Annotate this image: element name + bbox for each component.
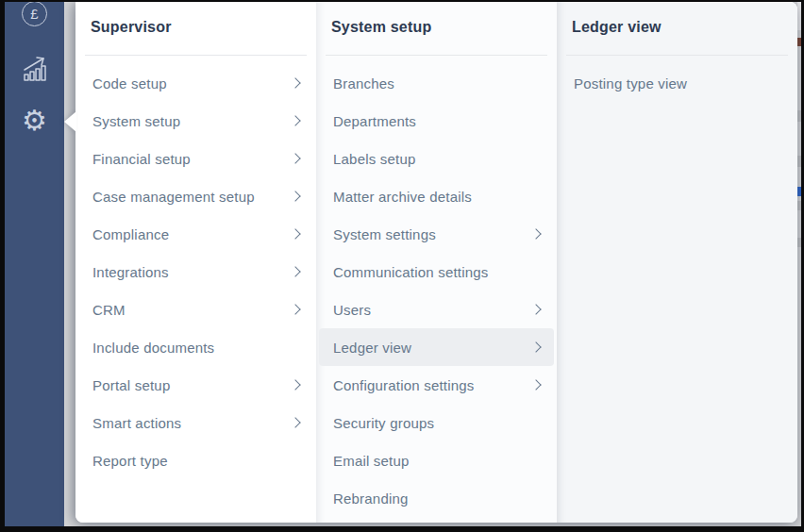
- menu-item-label: Ledger view: [333, 340, 411, 356]
- settings-gear-icon[interactable]: ⚙: [5, 107, 64, 135]
- menu-item-label: Code setup: [92, 75, 167, 91]
- chevron-right-icon: [290, 379, 300, 390]
- page-fragment: [797, 156, 801, 167]
- chevron-right-icon: [530, 304, 541, 314]
- page-fragment: [797, 238, 801, 247]
- menu-item-financial-setup[interactable]: Financial setup: [75, 140, 316, 177]
- menu-item-branches[interactable]: Branches: [316, 64, 557, 102]
- chevron-right-icon: [530, 341, 541, 352]
- menu-item-label: Users: [333, 302, 371, 318]
- menu-item-list: BranchesDepartmentsLabels setupMatter ar…: [316, 64, 557, 517]
- menu-item-label: Integrations: [92, 264, 169, 280]
- menu-item-label: Rebranding: [333, 490, 409, 507]
- menu-item-posting-type-view[interactable]: Posting type view: [557, 64, 797, 102]
- menu-item-label: Departments: [333, 113, 416, 129]
- menu-panel-ledger-view: Ledger view Posting type view: [557, 2, 797, 523]
- divider: [85, 55, 307, 56]
- menu-item-list: Posting type view: [557, 64, 797, 102]
- chevron-right-icon: [290, 417, 300, 427]
- chevron-right-icon: [530, 379, 541, 390]
- analytics-chart-glyph: [21, 54, 49, 82]
- menu-item-rebranding[interactable]: Rebranding: [316, 479, 557, 517]
- menu-item-label: Smart actions: [92, 415, 181, 431]
- pound-currency-icon[interactable]: £: [5, 2, 64, 26]
- menu-item-label: Labels setup: [333, 151, 415, 167]
- panel-title: System setup: [331, 19, 542, 36]
- chevron-right-icon: [290, 304, 300, 314]
- menu-item-matter-archive-details[interactable]: Matter archive details: [316, 177, 557, 215]
- divider: [326, 55, 547, 56]
- divider: [566, 55, 788, 56]
- menu-item-label: Branches: [333, 75, 394, 91]
- menu-item-portal-setup[interactable]: Portal setup: [75, 366, 316, 404]
- menu-item-users[interactable]: Users: [316, 291, 557, 328]
- menu-item-label: Report type: [92, 453, 168, 469]
- chevron-right-icon: [290, 228, 300, 239]
- page-fragment: [797, 2, 801, 30]
- menu-item-integrations[interactable]: Integrations: [75, 253, 316, 291]
- menu-item-label: Security groups: [333, 415, 434, 431]
- menu-item-email-setup[interactable]: Email setup: [316, 441, 557, 479]
- menu-item-compliance[interactable]: Compliance: [75, 215, 316, 253]
- menu-item-label: Compliance: [92, 226, 169, 242]
- menu-item-label: Email setup: [333, 453, 410, 469]
- panel-title: Ledger view: [572, 19, 782, 36]
- menu-item-security-groups[interactable]: Security groups: [316, 404, 557, 441]
- popup-caret: [64, 111, 76, 132]
- pound-currency-glyph: £: [22, 2, 47, 26]
- menu-item-code-setup[interactable]: Code setup: [75, 64, 316, 102]
- page-behind-strip: [797, 2, 801, 526]
- analytics-chart-icon[interactable]: [5, 54, 64, 82]
- menu-item-departments[interactable]: Departments: [316, 102, 557, 140]
- menu-item-label: Communication settings: [333, 264, 488, 280]
- chevron-right-icon: [290, 191, 300, 201]
- app-viewport: £ ⚙ Supervisor: [5, 2, 801, 526]
- menu-item-label: Configuration settings: [333, 377, 475, 393]
- menu-item-system-setup[interactable]: System setup: [75, 102, 316, 140]
- chevron-right-icon: [290, 153, 300, 163]
- menu-item-label: System setup: [92, 113, 180, 129]
- menu-item-system-settings[interactable]: System settings: [316, 215, 557, 253]
- menu-panel-system-setup: System setup BranchesDepartmentsLabels s…: [316, 2, 557, 523]
- menu-item-communication-settings[interactable]: Communication settings: [316, 253, 557, 291]
- page-fragment: [797, 187, 801, 196]
- left-nav-rail: £ ⚙: [5, 2, 64, 526]
- menu-item-configuration-settings[interactable]: Configuration settings: [316, 366, 557, 404]
- menu-item-smart-actions[interactable]: Smart actions: [75, 404, 316, 441]
- menu-item-label: Include documents: [92, 340, 214, 356]
- menu-item-list: Code setupSystem setupFinancial setupCas…: [75, 64, 316, 479]
- settings-gear-glyph: ⚙: [22, 107, 47, 135]
- settings-menu-popup: Supervisor Code setupSystem setupFinanci…: [75, 2, 797, 523]
- menu-item-ledger-view[interactable]: Ledger view: [319, 328, 554, 366]
- menu-item-crm[interactable]: CRM: [75, 291, 316, 328]
- menu-item-label: Financial setup: [92, 151, 191, 167]
- page-fragment: [797, 110, 801, 122]
- menu-item-labels-setup[interactable]: Labels setup: [316, 140, 557, 177]
- menu-item-label: System settings: [333, 226, 436, 242]
- menu-panel-supervisor: Supervisor Code setupSystem setupFinanci…: [75, 2, 316, 523]
- menu-item-label: CRM: [92, 302, 126, 318]
- menu-item-include-documents[interactable]: Include documents: [75, 328, 316, 366]
- page-fragment: [797, 38, 801, 46]
- chevron-right-icon: [290, 115, 300, 125]
- chevron-right-icon: [290, 266, 300, 276]
- panel-title: Supervisor: [91, 19, 301, 36]
- menu-item-report-type[interactable]: Report type: [75, 441, 316, 479]
- menu-item-label: Case management setup: [92, 189, 255, 205]
- chevron-right-icon: [290, 77, 300, 88]
- menu-item-label: Portal setup: [92, 377, 170, 393]
- menu-item-label: Posting type view: [574, 75, 687, 91]
- page-fragment: [797, 201, 801, 210]
- menu-item-case-management-setup[interactable]: Case management setup: [75, 177, 316, 215]
- chevron-right-icon: [530, 228, 541, 239]
- menu-item-label: Matter archive details: [333, 189, 472, 205]
